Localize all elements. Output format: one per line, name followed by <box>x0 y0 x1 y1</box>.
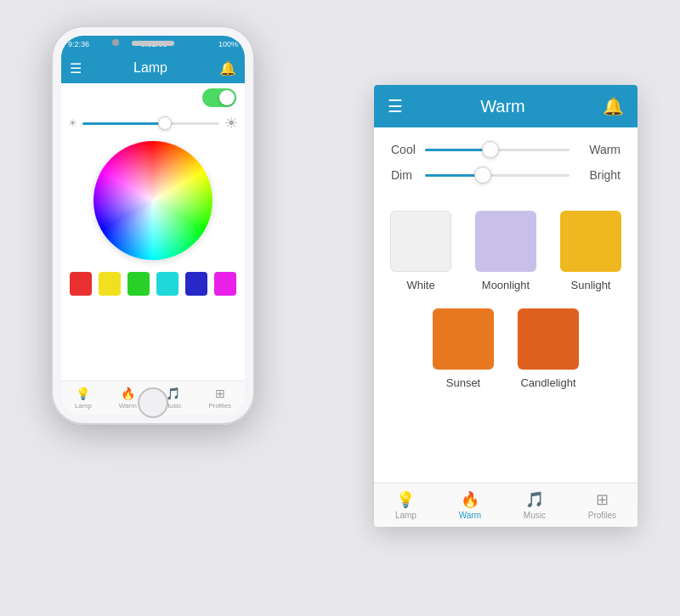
warm-lamp-icon: 💡 <box>396 490 415 509</box>
cool-warm-slider-track[interactable] <box>425 149 570 151</box>
preset-moonlight[interactable]: Moonlight <box>475 211 536 291</box>
warm-music-icon: 🎵 <box>525 490 544 509</box>
toggle-row <box>61 83 245 112</box>
warm-sliders: Cool Warm Dim Bright <box>374 127 638 202</box>
warm-nav-lamp[interactable]: 💡 Lamp <box>395 490 416 520</box>
phone-camera <box>112 39 119 46</box>
menu-icon[interactable]: ☰ <box>70 60 82 76</box>
sunset-swatch <box>433 308 494 370</box>
dim-label: Dim <box>391 168 416 182</box>
warm-menu-icon[interactable]: ☰ <box>388 96 403 116</box>
warm-label: Warm <box>578 143 620 156</box>
warm-nav-lamp-label: Lamp <box>395 511 416 520</box>
phone-title: Lamp <box>133 60 167 76</box>
white-swatch <box>390 211 451 272</box>
warm-panel: ☰ Warm 🔔 Cool Warm Dim B <box>374 85 638 527</box>
warm-header: ☰ Warm 🔔 <box>374 85 638 127</box>
preset-white[interactable]: White <box>390 211 451 291</box>
status-time: 9:2:36 <box>68 40 89 48</box>
warm-nav-profiles[interactable]: ⊞ Profiles <box>588 490 616 520</box>
warm-bottom-nav: 💡 Lamp 🔥 Warm 🎵 Music ⊞ Profiles <box>374 483 638 527</box>
phone-home-button[interactable] <box>138 387 168 418</box>
warm-presets: White Moonlight Sunlight Sunset <box>374 202 638 483</box>
white-label: White <box>406 279 434 291</box>
profiles-icon: ⊞ <box>215 387 225 400</box>
phone-nav-warm[interactable]: 🔥 Warm <box>119 387 137 410</box>
sunset-label: Sunset <box>446 376 480 389</box>
warm-nav-profiles-label: Profiles <box>588 511 616 520</box>
presets-row-2: Sunset Candlelight <box>391 308 620 389</box>
preset-sunlight[interactable]: Sunlight <box>560 211 621 291</box>
phone-nav-profiles[interactable]: ⊞ Profiles <box>208 387 231 410</box>
dim-bright-slider-track[interactable] <box>425 174 570 177</box>
phone-nav-lamp[interactable]: 💡 Lamp <box>75 387 92 410</box>
brightness-slider-track[interactable] <box>82 122 219 125</box>
phone-speaker <box>132 41 174 46</box>
candlelight-swatch <box>518 308 579 370</box>
swatch-yellow[interactable] <box>99 272 121 296</box>
cool-warm-slider-thumb[interactable] <box>482 141 499 158</box>
warm-profiles-icon: ⊞ <box>596 490 609 509</box>
candlelight-label: Candlelight <box>520 376 575 389</box>
status-battery: 100% <box>218 40 238 48</box>
lamp-icon: 💡 <box>76 387 90 400</box>
phone-header: ☰ Lamp 🔔 <box>61 53 245 83</box>
preset-candlelight[interactable]: Candlelight <box>518 308 579 389</box>
warm-icon: 🔥 <box>121 387 135 400</box>
sunlight-swatch <box>560 211 621 272</box>
warm-bell-icon[interactable]: 🔔 <box>603 96 624 116</box>
brightness-high-icon: ☀ <box>224 114 238 133</box>
phone-screen: 9:2:36 0.81K/s 100% ☰ Lamp 🔔 ☀ <box>61 36 245 415</box>
preset-sunset[interactable]: Sunset <box>433 308 494 389</box>
color-wheel[interactable] <box>94 141 212 260</box>
sunlight-label: Sunlight <box>571 279 611 291</box>
dim-bright-slider-thumb[interactable] <box>474 167 491 184</box>
bright-label: Bright <box>578 168 620 182</box>
brightness-slider-fill <box>82 122 165 125</box>
warm-nav-music[interactable]: 🎵 Music <box>524 490 546 520</box>
cool-warm-slider-row: Cool Warm <box>391 143 620 156</box>
swatch-red[interactable] <box>70 272 92 296</box>
brightness-slider-thumb[interactable] <box>158 116 172 130</box>
warm-nav-music-label: Music <box>524 511 546 520</box>
dim-bright-slider-row: Dim Bright <box>391 168 620 182</box>
warm-nav-warm-label: Warm <box>459 511 481 520</box>
bell-icon[interactable]: 🔔 <box>219 60 236 76</box>
colorwheel-container <box>61 134 245 265</box>
cool-label: Cool <box>391 143 416 156</box>
swatch-blue[interactable] <box>185 272 207 296</box>
warm-nav-warm[interactable]: 🔥 Warm <box>459 490 481 520</box>
moonlight-label: Moonlight <box>482 279 530 291</box>
phone-nav-warm-label: Warm <box>119 402 137 410</box>
brightness-low-icon: ☀ <box>68 117 77 129</box>
phone-nav-profiles-label: Profiles <box>208 402 231 410</box>
scene: 9:2:36 0.81K/s 100% ☰ Lamp 🔔 ☀ <box>0 0 680 616</box>
phone-device: 9:2:36 0.81K/s 100% ☰ Lamp 🔔 ☀ <box>51 25 255 425</box>
swatch-green[interactable] <box>128 272 150 296</box>
warm-warm-icon: 🔥 <box>461 490 479 509</box>
power-toggle[interactable] <box>202 88 236 107</box>
brightness-row: ☀ ☀ <box>61 112 245 134</box>
cool-warm-slider-fill <box>425 149 490 151</box>
moonlight-swatch <box>475 211 536 272</box>
phone-nav-lamp-label: Lamp <box>75 402 92 410</box>
presets-row-1: White Moonlight Sunlight <box>391 211 620 291</box>
swatch-cyan[interactable] <box>156 272 178 296</box>
warm-title: Warm <box>480 97 525 116</box>
phone-swatches <box>61 265 245 302</box>
swatch-magenta[interactable] <box>214 272 236 296</box>
